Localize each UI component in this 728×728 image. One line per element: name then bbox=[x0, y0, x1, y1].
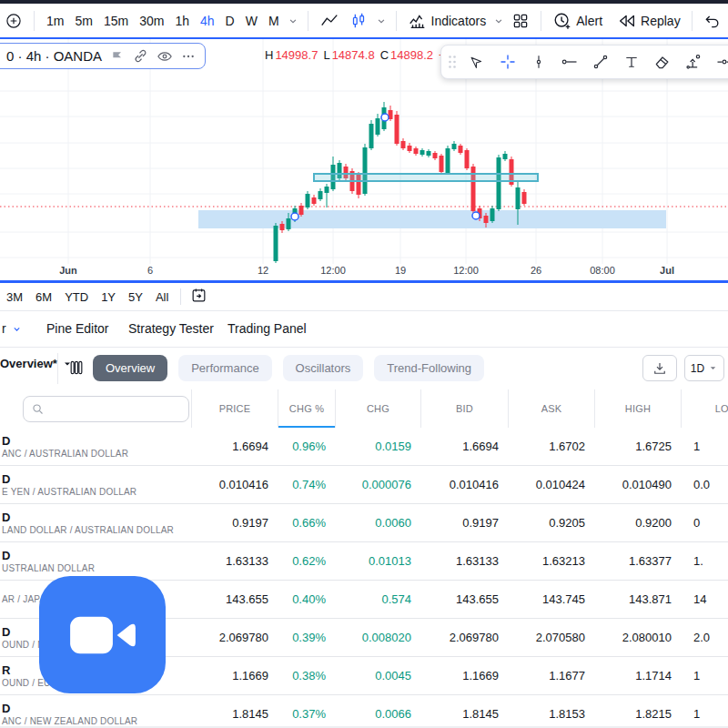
timeframe-1h[interactable]: 1h bbox=[169, 10, 195, 32]
screener-interval-dropdown[interactable]: 1D bbox=[684, 355, 724, 381]
columns-settings-button[interactable] bbox=[66, 356, 87, 382]
more-options-icon[interactable] bbox=[181, 49, 196, 64]
vertical-line-tool-button[interactable] bbox=[527, 49, 551, 75]
layout-templates-button[interactable] bbox=[507, 8, 534, 34]
table-row[interactable]: DE YEN / AUSTRALIAN DOLLAR0.0104160.74%0… bbox=[0, 466, 728, 504]
column-header-chg-%[interactable]: CHG % bbox=[278, 389, 335, 428]
timeframe-group: 1m5m15m30m1h4hDWM bbox=[41, 10, 285, 32]
timeframe-W[interactable]: W bbox=[240, 10, 263, 32]
table-row[interactable]: DANC / NEW ZEALAND DOLLAR1.81450.37%0.00… bbox=[0, 695, 728, 728]
video-camera-icon bbox=[67, 608, 138, 662]
eraser-tool-button[interactable] bbox=[651, 49, 674, 75]
cell-high: 1.1714 bbox=[594, 669, 681, 682]
indicators-menu-button[interactable] bbox=[490, 11, 507, 31]
table-row[interactable]: DLAND DOLLAR / AUSTRALIAN DOLLAR0.91970.… bbox=[0, 504, 728, 542]
calendar-icon bbox=[190, 287, 207, 304]
tab-pine-editor[interactable]: Pine Editor bbox=[41, 311, 114, 346]
range-6m[interactable]: 6M bbox=[29, 287, 58, 308]
table-row[interactable]: DUSTRALIAN DOLLAR1.631330.62%0.010131.63… bbox=[0, 542, 728, 581]
column-header-low[interactable]: LOW bbox=[681, 389, 728, 428]
candlestick-style-button[interactable] bbox=[344, 7, 373, 35]
column-header-price[interactable]: PRICE bbox=[191, 389, 278, 428]
text-tool-button[interactable] bbox=[620, 49, 643, 75]
chevron-down-icon bbox=[11, 323, 23, 335]
screener-tab-trend-following[interactable]: Trend-Following bbox=[374, 355, 484, 381]
chart-toolbar: 1m5m15m30m1h4hDWM Indicators bbox=[0, 4, 728, 37]
cell-ask: 1.1677 bbox=[508, 669, 594, 682]
support-zone-drawing[interactable] bbox=[198, 210, 666, 228]
screener-tab-label: r bbox=[2, 321, 6, 336]
symbol-cell: DLAND DOLLAR / AUSTRALIAN DOLLAR bbox=[0, 504, 191, 541]
horizontal-line-tool-button[interactable] bbox=[713, 49, 728, 75]
cursor-tool-button[interactable] bbox=[465, 49, 489, 75]
chart-style-menu-button[interactable] bbox=[373, 11, 389, 31]
cell-low: 0.0 bbox=[681, 478, 728, 491]
replay-button[interactable]: Replay bbox=[612, 7, 685, 35]
timeframe-1m[interactable]: 1m bbox=[41, 10, 69, 32]
timeframe-M[interactable]: M bbox=[263, 10, 285, 32]
cell-chg-pct: 0.74% bbox=[278, 478, 335, 491]
flag-icon[interactable] bbox=[110, 49, 125, 64]
screener-tab-overview[interactable]: Overview bbox=[93, 355, 167, 381]
plus-circle-icon bbox=[5, 12, 23, 30]
symbol-search-plus-button[interactable] bbox=[0, 8, 27, 34]
table-row[interactable]: DANC / AUSTRALIAN DOLLAR1.66940.96%0.015… bbox=[0, 428, 728, 466]
timeframe-4h[interactable]: 4h bbox=[195, 10, 220, 32]
columns-settings-icon bbox=[67, 358, 86, 378]
tab-strategy-tester[interactable]: Strategy Tester bbox=[123, 311, 219, 346]
toolbar-divider bbox=[396, 11, 397, 31]
column-header-high[interactable]: HIGH bbox=[594, 389, 681, 428]
range-all[interactable]: All bbox=[149, 287, 175, 308]
screener-toolbar-divider bbox=[57, 353, 58, 384]
alert-button[interactable]: Alert bbox=[548, 7, 607, 35]
screener-toolbar: Overview* OverviewPerformanceOscillators… bbox=[0, 348, 728, 389]
column-header-bid[interactable]: BID bbox=[420, 389, 508, 428]
range-5y[interactable]: 5Y bbox=[122, 287, 149, 308]
timeframe-D[interactable]: D bbox=[220, 10, 240, 32]
time-axis-label: 12:00 bbox=[453, 265, 479, 276]
indicators-button[interactable]: Indicators bbox=[403, 7, 491, 35]
cell-low: 0 bbox=[681, 516, 728, 530]
timeframe-15m[interactable]: 15m bbox=[98, 10, 134, 32]
zoom-app-icon[interactable] bbox=[39, 576, 166, 693]
export-button[interactable] bbox=[642, 355, 677, 381]
crosshair-tool-button[interactable] bbox=[496, 49, 520, 75]
symbol-info-pill[interactable]: 0 · 4h · OANDA bbox=[0, 43, 206, 69]
cell-price: 1.1669 bbox=[191, 669, 278, 682]
range-ytd[interactable]: YTD bbox=[58, 287, 95, 308]
resistance-zone-drawing[interactable] bbox=[314, 174, 538, 181]
search-field[interactable] bbox=[23, 396, 189, 422]
chart-pane[interactable]: Jun61212:001912:002608:00Jul 0 · 4h · OA… bbox=[0, 39, 728, 280]
range-3m[interactable]: 3M bbox=[0, 287, 29, 308]
timeframe-menu-button[interactable] bbox=[285, 11, 301, 31]
column-header-chg[interactable]: CHG bbox=[335, 389, 420, 428]
horizontal-ray-tool-button[interactable] bbox=[558, 49, 581, 75]
drawing-anchor-points[interactable] bbox=[291, 114, 480, 220]
undo-button[interactable] bbox=[699, 8, 726, 34]
go-to-date-button[interactable] bbox=[187, 285, 211, 308]
timeframe-30m[interactable]: 30m bbox=[134, 10, 169, 32]
line-chart-style-button[interactable] bbox=[315, 7, 344, 35]
trend-line-tool-button[interactable] bbox=[589, 49, 612, 75]
tab-trading-panel[interactable]: Trading Panel bbox=[222, 311, 312, 346]
tab-screener-fragment[interactable]: r bbox=[2, 311, 23, 346]
drag-handle-icon[interactable] bbox=[447, 55, 458, 69]
symbol-cell: DANC / AUSTRALIAN DOLLAR bbox=[0, 428, 191, 465]
screener-tab-performance[interactable]: Performance bbox=[178, 355, 271, 381]
cell-bid: 0.9197 bbox=[420, 516, 508, 530]
cell-price: 1.8145 bbox=[191, 707, 278, 721]
symbol-description: LAND DOLLAR / AUSTRALIAN DOLLAR bbox=[2, 524, 191, 536]
column-header-ask[interactable]: ASK bbox=[508, 389, 594, 428]
link-icon[interactable] bbox=[133, 48, 148, 64]
cell-chg: 0.0159 bbox=[335, 440, 420, 453]
range-1y[interactable]: 1Y bbox=[95, 287, 122, 308]
cell-ask: 2.070580 bbox=[508, 631, 594, 644]
time-axis[interactable]: Jun61212:001912:002608:00Jul bbox=[59, 265, 674, 276]
price-range-tool-button[interactable] bbox=[682, 49, 705, 75]
eye-icon[interactable] bbox=[157, 48, 173, 65]
screener-tab-oscillators[interactable]: Oscillators bbox=[283, 355, 364, 381]
cell-price: 1.63133 bbox=[191, 554, 278, 568]
search-input[interactable] bbox=[50, 401, 163, 417]
cell-chg-pct: 0.62% bbox=[278, 554, 335, 568]
timeframe-5m[interactable]: 5m bbox=[69, 10, 97, 32]
